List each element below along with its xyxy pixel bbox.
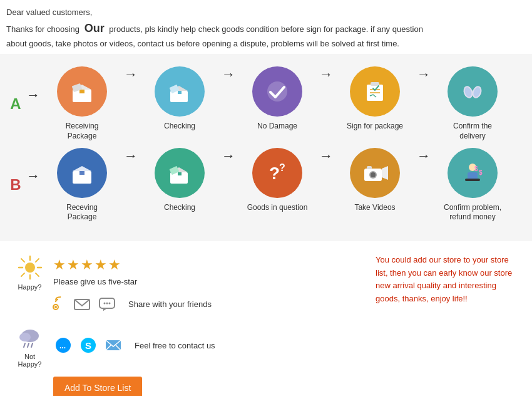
arrow: → xyxy=(26,87,40,121)
share-icons xyxy=(47,294,117,315)
caption-b5: Confirm problem, refund money xyxy=(441,203,504,222)
svg-point-51 xyxy=(109,302,111,304)
happy-icon-container: Happy? xyxy=(13,254,47,291)
question-icon: ? ? xyxy=(262,157,293,189)
caption-b1: Receving Package xyxy=(51,203,113,222)
svg-text:$: $ xyxy=(474,165,478,172)
flow-item-a1: Receiving Package xyxy=(41,66,123,141)
arrow-b4: → xyxy=(417,148,431,182)
flow-item-b3: ? ? Goods in question xyxy=(237,148,318,213)
not-happy-row: Not Happy? ... S xyxy=(13,323,357,368)
caption-a5: Confirm the delivery xyxy=(441,122,504,141)
arrow-b: → xyxy=(26,168,40,202)
skype-icon: S xyxy=(78,335,98,355)
circle-a1 xyxy=(57,66,107,117)
flow-item-b1: Receving Package xyxy=(41,148,123,222)
svg-point-28 xyxy=(371,172,376,177)
happy-row: Happy? ★ ★ ★ ★ ★ Please give us five-sta… xyxy=(13,254,357,291)
intro-section: Dear valued customers, Thanks for choosi… xyxy=(0,0,532,54)
camera-icon xyxy=(359,157,391,189)
flow-item-a5: Confirm the delivery xyxy=(432,66,513,141)
package-icon xyxy=(66,76,98,107)
svg-point-36 xyxy=(25,263,35,273)
chat-icon xyxy=(97,294,117,315)
svg-line-43 xyxy=(36,259,39,262)
flow-label-b: B xyxy=(6,176,25,194)
svg-text:...: ... xyxy=(59,341,66,350)
contact-icons: ... S xyxy=(53,335,123,355)
not-happy-icon-container: Not Happy? xyxy=(13,323,47,368)
svg-marker-18 xyxy=(73,166,91,171)
svg-line-55 xyxy=(24,343,25,347)
svg-text:?: ? xyxy=(279,162,285,173)
cloud-rain-icon xyxy=(16,323,44,351)
circle-b3: ? ? xyxy=(252,148,302,198)
circle-a5 xyxy=(448,66,498,117)
right-text: You could add our store to your store li… xyxy=(376,254,519,306)
arrow-b3: → xyxy=(319,148,333,182)
svg-point-54 xyxy=(19,333,31,341)
svg-rect-19 xyxy=(79,171,84,175)
flow-section: A → Receiving Package → xyxy=(0,54,532,241)
svg-text:S: S xyxy=(85,340,91,351)
svg-marker-29 xyxy=(382,166,388,180)
right-panel: You could add our store to your store li… xyxy=(376,254,519,396)
svg-line-42 xyxy=(36,273,39,276)
star-5: ★ xyxy=(108,257,121,273)
add-store-button[interactable]: Add To Store List xyxy=(53,377,142,396)
happy-label: Happy? xyxy=(13,283,47,291)
svg-line-44 xyxy=(21,273,24,276)
svg-line-57 xyxy=(31,343,33,347)
caption-b4: Take Videos xyxy=(354,203,395,213)
circle-b4 xyxy=(350,148,400,198)
caption-a2: Checking xyxy=(164,122,195,132)
package2-icon xyxy=(66,157,98,189)
svg-rect-10 xyxy=(371,82,379,86)
phone-waves-icon xyxy=(47,294,67,315)
add-store-container: Add To Store List xyxy=(47,377,357,396)
star-3: ★ xyxy=(81,257,93,273)
arrow-a2: → xyxy=(222,66,235,100)
svg-point-46 xyxy=(54,306,57,308)
flow-item-a2: Checking xyxy=(139,66,220,132)
email-icon xyxy=(103,335,123,355)
flow-row-b: B → Receving Package → xyxy=(6,148,526,222)
circle-a4 xyxy=(350,66,400,117)
svg-text:?: ? xyxy=(269,164,280,183)
circle-b5: $ $ xyxy=(448,148,498,198)
refund-icon: $ $ xyxy=(457,157,488,189)
star-2: ★ xyxy=(67,257,79,273)
five-star-text: Please give us five-star xyxy=(53,276,137,288)
caption-a4: Sign for package xyxy=(347,122,403,132)
intro-before: Thanks for choosing xyxy=(6,24,79,34)
svg-line-56 xyxy=(28,343,29,347)
arrow-a4: → xyxy=(417,66,431,100)
brand-name: Our xyxy=(84,22,105,34)
arrow-a1: → xyxy=(124,66,138,100)
sun-icon xyxy=(16,254,44,281)
intro-line2: Thanks for choosing Our products, pls ki… xyxy=(6,19,526,38)
caption-b3: Goods in question xyxy=(247,203,308,213)
svg-text:$: $ xyxy=(479,169,483,176)
checking-icon xyxy=(164,76,195,107)
svg-rect-7 xyxy=(178,91,182,94)
caption-a3: No Damage xyxy=(257,122,297,132)
star-4: ★ xyxy=(95,257,107,273)
share-text: Share with your friends xyxy=(128,298,212,311)
flow-items-b: Receving Package → Checking → xyxy=(41,148,526,222)
svg-point-50 xyxy=(106,302,108,304)
share-row: Share with your friends xyxy=(47,294,357,315)
svg-rect-30 xyxy=(367,166,372,169)
circle-b1 xyxy=(57,148,107,198)
svg-rect-23 xyxy=(178,172,182,175)
flow-item-b5: $ $ Confirm problem, refund money xyxy=(432,148,513,222)
svg-rect-2 xyxy=(79,90,84,93)
checking2-icon xyxy=(164,157,195,189)
envelope-icon xyxy=(72,294,92,315)
left-panel: Happy? ★ ★ ★ ★ ★ Please give us five-sta… xyxy=(13,254,357,396)
svg-rect-35 xyxy=(465,179,480,181)
arrow-b1: → xyxy=(124,148,138,182)
arrow-b2: → xyxy=(222,148,235,182)
caption-b2: Checking xyxy=(164,203,195,213)
checkmark-icon xyxy=(262,76,293,107)
